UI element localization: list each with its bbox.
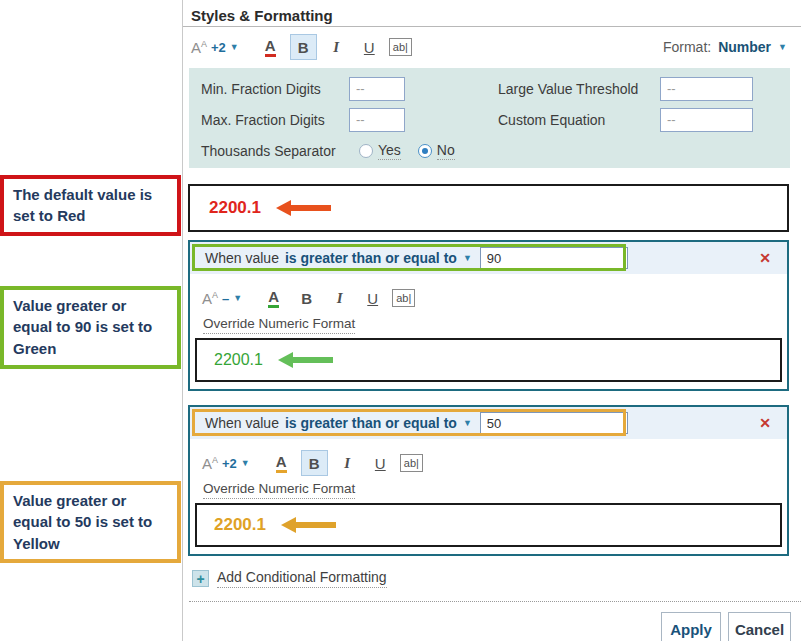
min-fraction-label: Min. Fraction Digits (201, 81, 349, 97)
annotation-text: Value greater or equal to 90 is set to G… (13, 297, 152, 357)
thousands-separator-options: Yes No (359, 142, 467, 160)
text-style-button[interactable]: ab| (389, 38, 412, 56)
chevron-down-icon: ▼ (230, 42, 239, 52)
italic-button[interactable]: I (323, 34, 350, 60)
radio-no-label[interactable]: No (437, 142, 455, 160)
page-title: Styles & Formatting (183, 0, 801, 27)
add-conditional-formatting[interactable]: + Add Conditional Formatting (192, 569, 387, 588)
threshold-input[interactable] (480, 412, 628, 434)
condition-dropdown[interactable]: is greater than or equal to (285, 415, 457, 431)
bold-button[interactable]: B (290, 34, 317, 60)
max-fraction-input[interactable] (349, 108, 405, 132)
italic-button[interactable]: I (334, 450, 361, 476)
font-color-green-icon: A (268, 289, 279, 309)
footer-divider (189, 601, 801, 602)
font-size-icon: AA (202, 455, 218, 472)
chevron-down-icon: ▼ (241, 458, 250, 468)
rule-format-toolbar: AA – ▼ A B I U ab| (202, 284, 779, 312)
font-color-button[interactable]: A (268, 450, 295, 476)
chevron-down-icon: ▼ (233, 293, 242, 303)
font-size-value: +2 (222, 456, 237, 471)
annotation-rule-green: Value greater or equal to 90 is set to G… (0, 286, 181, 369)
custom-equation-label: Custom Equation (498, 112, 660, 128)
underline-button[interactable]: U (356, 34, 383, 60)
chevron-down-icon[interactable]: ▼ (778, 42, 787, 52)
conditional-rule-50: When value is greater than or equal to ▼… (188, 405, 789, 556)
format-selector: Format: Number ▼ (663, 39, 797, 55)
when-value-label: When value (205, 415, 279, 431)
text-style-button[interactable]: ab| (400, 454, 423, 472)
font-size-dropdown[interactable]: AA +2 ▼ (191, 39, 239, 56)
custom-equation-input[interactable] (660, 108, 753, 132)
radio-yes-label[interactable]: Yes (378, 142, 401, 160)
font-color-red-icon: A (265, 38, 276, 58)
plus-icon: + (192, 570, 209, 587)
add-conditional-formatting-label[interactable]: Add Conditional Formatting (217, 569, 387, 588)
form-row: Min. Fraction Digits Large Value Thresho… (189, 73, 790, 104)
italic-button[interactable]: I (326, 285, 353, 311)
min-fraction-input[interactable] (349, 77, 405, 101)
delete-rule-icon[interactable]: ✕ (759, 415, 787, 431)
form-row: Max. Fraction Digits Custom Equation (189, 104, 790, 135)
apply-button[interactable]: Apply (661, 612, 721, 641)
radio-yes[interactable] (359, 144, 373, 158)
preview-value-red: 2200.1 (209, 198, 261, 218)
rule-format-preview: 2200.1 (195, 503, 782, 547)
override-numeric-format-link[interactable]: Override Numeric Format (203, 316, 355, 334)
bold-button[interactable]: B (293, 285, 320, 311)
annotation-rule-yellow: Value greater or equal to 50 is set to Y… (0, 481, 181, 563)
styles-formatting-panel: Styles & Formatting AA +2 ▼ A B I U ab| … (183, 0, 801, 641)
font-size-value: +2 (211, 40, 226, 55)
rule-condition-row: When value is greater than or equal to ▼… (190, 242, 787, 274)
large-value-threshold-label: Large Value Threshold (498, 81, 660, 97)
font-size-value: – (222, 291, 229, 306)
large-value-threshold-input[interactable] (660, 77, 753, 101)
cancel-button[interactable]: Cancel (728, 612, 791, 641)
font-size-icon: AA (202, 290, 218, 307)
delete-rule-icon[interactable]: ✕ (759, 250, 787, 266)
max-fraction-label: Max. Fraction Digits (201, 112, 349, 128)
annotation-default-red: The default value is set to Red (0, 175, 181, 236)
underline-button[interactable]: U (367, 450, 394, 476)
yellow-arrow-icon (281, 517, 336, 533)
main-format-toolbar: AA +2 ▼ A B I U ab| Format: Number ▼ (191, 30, 797, 64)
format-value[interactable]: Number (718, 39, 771, 55)
chevron-down-icon[interactable]: ▼ (463, 253, 472, 263)
condition-dropdown[interactable]: is greater than or equal to (285, 250, 457, 266)
annotation-text: The default value is set to Red (13, 186, 152, 224)
underline-button[interactable]: U (359, 285, 386, 311)
annotation-text: Value greater or equal to 50 is set to Y… (13, 492, 152, 552)
number-format-form: Min. Fraction Digits Large Value Thresho… (189, 68, 790, 168)
thousands-separator-label: Thousands Separator (201, 143, 349, 159)
font-size-dropdown[interactable]: AA – ▼ (202, 290, 242, 307)
bold-button[interactable]: B (301, 450, 328, 476)
default-format-preview: 2200.1 (188, 184, 789, 232)
text-style-button[interactable]: ab| (392, 289, 415, 307)
threshold-input[interactable] (480, 247, 628, 269)
chevron-down-icon[interactable]: ▼ (463, 418, 472, 428)
font-color-yellow-icon: A (276, 454, 287, 474)
radio-no[interactable] (418, 144, 432, 158)
font-color-button[interactable]: A (260, 285, 287, 311)
form-row: Thousands Separator Yes No (189, 135, 790, 166)
green-arrow-icon (278, 352, 333, 368)
override-numeric-format-link[interactable]: Override Numeric Format (203, 481, 355, 499)
rule-format-toolbar: AA +2 ▼ A B I U ab| (202, 449, 779, 477)
preview-value-green: 2200.1 (214, 351, 263, 369)
format-label: Format: (663, 39, 711, 55)
font-size-dropdown[interactable]: AA +2 ▼ (202, 455, 250, 472)
when-value-label: When value (205, 250, 279, 266)
rule-format-preview: 2200.1 (195, 338, 782, 382)
screenshot-canvas: The default value is set to Red Value gr… (0, 0, 801, 641)
red-arrow-icon (276, 200, 331, 216)
font-color-button[interactable]: A (257, 34, 284, 60)
font-size-icon: AA (191, 39, 207, 56)
conditional-rule-90: When value is greater than or equal to ▼… (188, 240, 789, 391)
preview-value-yellow: 2200.1 (214, 515, 266, 535)
rule-condition-row: When value is greater than or equal to ▼… (190, 407, 787, 439)
